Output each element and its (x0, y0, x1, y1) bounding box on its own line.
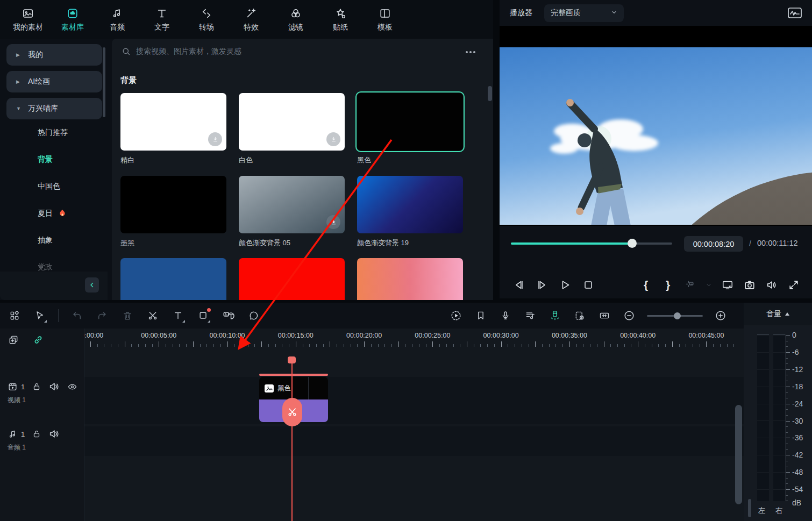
scissors-button[interactable] (146, 309, 160, 323)
clip-video-part[interactable]: 黑色 (259, 377, 328, 399)
tab-library[interactable]: 素材库 (56, 6, 89, 32)
thumbnail[interactable] (239, 176, 345, 233)
quality-dropdown[interactable]: 完整画质 (544, 4, 624, 22)
speaker-icon[interactable] (48, 428, 60, 440)
layout-button[interactable] (8, 309, 22, 323)
download-icon[interactable] (208, 132, 222, 146)
thumbnail[interactable] (120, 176, 226, 233)
thumbnail[interactable] (239, 93, 345, 151)
prev-frame-button[interactable] (512, 279, 525, 291)
sidebar-item-中国色[interactable]: 中国色 (0, 173, 108, 200)
vertical-scrollbar[interactable] (735, 405, 742, 504)
tab-sticker[interactable]: 贴纸 (324, 6, 357, 32)
search-input[interactable] (136, 47, 362, 55)
link-clips-button[interactable] (32, 334, 44, 346)
tab-text[interactable]: 文字 (146, 6, 178, 32)
note-icon[interactable] (6, 428, 18, 440)
tab-template[interactable]: 模板 (369, 6, 401, 32)
background-card-swatch-7[interactable] (239, 258, 345, 300)
thumbnail[interactable] (357, 176, 463, 233)
video-scopes-button[interactable] (787, 6, 802, 19)
zoom-out-button[interactable] (622, 309, 636, 323)
chevron-down-button[interactable] (706, 279, 712, 291)
thumbnail[interactable] (357, 93, 463, 151)
mark-out-button[interactable]: } (661, 279, 674, 291)
tab-audio[interactable]: 音频 (101, 6, 133, 32)
background-card-白色[interactable]: 白色 (239, 93, 345, 165)
sidebar-group-我的[interactable]: ▶我的 (6, 44, 102, 66)
video-track-lane[interactable] (84, 377, 744, 424)
crop-button[interactable] (196, 309, 210, 323)
pointer-target-button[interactable] (683, 279, 696, 291)
fit-timeline-button[interactable] (597, 309, 611, 323)
sidebar-group-万兴喵库[interactable]: ▼万兴喵库 (6, 98, 102, 119)
sidebar-group-AI绘画[interactable]: ▶AI绘画 (6, 71, 102, 92)
background-card-黑色[interactable]: 黑色 (357, 93, 463, 165)
tab-my-media[interactable]: 我的素材 (12, 6, 44, 32)
voiceover-mic-button[interactable] (498, 309, 512, 323)
thumbnail[interactable] (357, 258, 463, 300)
tab-effects[interactable]: 特效 (235, 6, 267, 32)
background-card-swatch-8[interactable] (357, 258, 463, 300)
content-scrollbar[interactable] (488, 86, 492, 101)
sidebar-item-热门推荐[interactable]: 热门推荐 (0, 119, 108, 146)
sidebar-scrollbar[interactable] (103, 47, 105, 117)
render-preview-button[interactable] (449, 309, 463, 323)
next-frame-button[interactable] (536, 279, 549, 291)
snapshot-button[interactable] (743, 279, 756, 291)
redo-button[interactable] (95, 309, 109, 323)
add-track-button[interactable] (8, 334, 19, 346)
fullscreen-button[interactable] (787, 279, 800, 291)
audio-track-lane[interactable] (84, 426, 744, 456)
text-tool-button[interactable] (171, 309, 185, 323)
bubble-button[interactable] (247, 309, 261, 323)
undo-button[interactable] (70, 309, 84, 323)
lock-icon[interactable] (31, 381, 42, 392)
mirror-display-button[interactable] (721, 279, 734, 291)
sidebar-item-背景[interactable]: 背景 (0, 146, 108, 173)
background-card-颜色渐变背景 19[interactable]: 颜色渐变背景 19 (357, 176, 463, 248)
eye-icon[interactable] (66, 381, 78, 392)
zoom-in-button[interactable] (714, 309, 728, 323)
speaker-icon[interactable] (48, 381, 60, 392)
play-button[interactable] (559, 279, 572, 291)
seek-knob[interactable] (628, 239, 637, 248)
tab-transition[interactable]: 转场 (190, 6, 223, 32)
speaker-button[interactable] (765, 279, 778, 291)
lock-icon[interactable] (31, 428, 42, 440)
thumbnail[interactable] (239, 258, 345, 300)
cursor-button[interactable] (33, 309, 47, 323)
speech-to-text-button[interactable] (222, 309, 236, 323)
search-box[interactable] (122, 47, 465, 56)
zoom-slider[interactable] (647, 310, 703, 321)
sidebar-collapse-button[interactable] (85, 277, 99, 292)
more-options-button[interactable] (465, 46, 476, 56)
cut-scissors-button[interactable] (282, 398, 302, 426)
volume-scrollbar[interactable] (748, 499, 751, 517)
download-icon[interactable] (326, 132, 340, 146)
clip-settings-button[interactable] (573, 309, 587, 323)
film-icon[interactable] (6, 381, 18, 392)
video-preview[interactable] (500, 26, 812, 226)
zoom-slider-knob[interactable] (674, 312, 681, 319)
background-card-颜色渐变背景 05[interactable]: 颜色渐变背景 05 (239, 176, 345, 248)
download-icon[interactable] (326, 215, 340, 229)
sidebar-item-抽象[interactable]: 抽象 (0, 227, 108, 254)
db-minor-tick (786, 461, 788, 461)
marker-button[interactable] (474, 309, 488, 323)
playhead-handle[interactable] (288, 356, 296, 363)
snap-magnet-button[interactable] (548, 309, 562, 323)
audio-list-button[interactable] (523, 309, 537, 323)
background-card-精白[interactable]: 精白 (120, 93, 226, 165)
timeline-body[interactable]: 00:00:0000:00:05:0000:00:10:0000:00:15:0… (84, 329, 744, 521)
background-card-墨黑[interactable]: 墨黑 (120, 176, 226, 248)
mark-in-button[interactable]: { (639, 279, 652, 291)
sidebar-item-夏日[interactable]: 夏日 (0, 200, 108, 227)
tab-filters[interactable]: 滤镜 (280, 6, 312, 32)
background-card-swatch-6[interactable] (120, 258, 226, 300)
volume-header[interactable]: 音量 (744, 303, 812, 325)
thumbnail[interactable] (120, 258, 226, 300)
trash-button[interactable] (120, 309, 134, 323)
thumbnail[interactable] (120, 93, 226, 151)
stop-button[interactable] (582, 279, 595, 291)
